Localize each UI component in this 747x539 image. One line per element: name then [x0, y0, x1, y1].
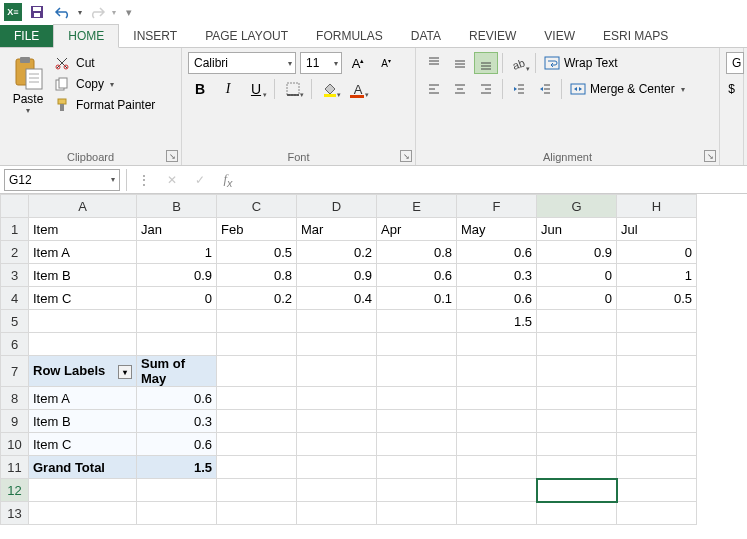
font-color-button[interactable]: A — [346, 78, 370, 100]
shrink-font-button[interactable]: A▾ — [374, 52, 398, 74]
svg-rect-5 — [26, 69, 42, 89]
copy-icon — [54, 76, 70, 92]
tab-view[interactable]: VIEW — [530, 25, 589, 47]
increase-indent-button[interactable] — [533, 78, 557, 100]
worksheet-grid[interactable]: A B C D E F G H 1 Item Jan Feb Mar Apr M… — [0, 194, 747, 525]
wrap-icon — [544, 55, 560, 71]
table-row: 11 Grand Total1.5 — [1, 456, 697, 479]
enter-button[interactable]: ✓ — [189, 169, 211, 191]
copy-button[interactable]: Copy ▾ — [52, 75, 157, 93]
group-clipboard: Paste ▾ Cut Copy ▾ Format Painter C — [0, 48, 182, 165]
redo-button[interactable] — [86, 2, 108, 22]
svg-rect-14 — [60, 104, 64, 111]
font-dialog-launcher[interactable]: ↘ — [400, 150, 412, 162]
merge-icon — [570, 81, 586, 97]
name-box[interactable]: G12▾ — [4, 169, 120, 191]
group-font: Calibri▾ 11▾ A▴ A▾ B I U A — [182, 48, 416, 165]
table-row: 6 — [1, 333, 697, 356]
bold-button[interactable]: B — [188, 78, 212, 100]
font-name-combo[interactable]: Calibri▾ — [188, 52, 296, 74]
undo-button[interactable] — [52, 2, 74, 22]
ribbon: Paste ▾ Cut Copy ▾ Format Painter C — [0, 48, 747, 166]
fill-color-button[interactable] — [318, 78, 342, 100]
clipboard-dialog-launcher[interactable]: ↘ — [166, 150, 178, 162]
tab-review[interactable]: REVIEW — [455, 25, 530, 47]
font-size-combo[interactable]: 11▾ — [300, 52, 342, 74]
borders-button[interactable] — [281, 78, 305, 100]
table-row: 1 Item Jan Feb Mar Apr May Jun Jul — [1, 218, 697, 241]
tab-esri-maps[interactable]: ESRI MAPS — [589, 25, 682, 47]
table-row: 5 1.5 — [1, 310, 697, 333]
ribbon-tabs: FILE HOME INSERT PAGE LAYOUT FORMULAS DA… — [0, 24, 747, 48]
tab-file[interactable]: FILE — [0, 25, 53, 47]
save-button[interactable] — [26, 2, 48, 22]
svg-rect-44 — [571, 84, 585, 94]
group-number-partial: G $ — [720, 48, 744, 165]
paste-label: Paste — [13, 92, 44, 106]
col-header-e[interactable]: E — [377, 195, 457, 218]
svg-rect-17 — [324, 94, 336, 97]
align-right-button[interactable] — [474, 78, 498, 100]
col-header-f[interactable]: F — [457, 195, 537, 218]
col-header-g[interactable]: G — [537, 195, 617, 218]
border-icon — [286, 82, 300, 96]
tab-page-layout[interactable]: PAGE LAYOUT — [191, 25, 302, 47]
paintbrush-icon — [54, 97, 70, 113]
number-format-combo[interactable]: G — [726, 52, 744, 74]
wrap-text-button[interactable]: Wrap Text — [540, 52, 622, 74]
formula-bar: G12▾ ⋮ ✕ ✓ fx — [0, 166, 747, 194]
table-row: 8 Item A0.6 — [1, 387, 697, 410]
pivot-filter-dropdown[interactable]: ▾ — [118, 365, 132, 379]
fx-button[interactable]: fx — [217, 169, 239, 191]
tab-home[interactable]: HOME — [53, 24, 119, 48]
options-button[interactable]: ⋮ — [133, 169, 155, 191]
table-row: 13 — [1, 502, 697, 525]
svg-rect-12 — [59, 78, 67, 88]
table-row: 4 Item C 00.20.40.10.600.5 — [1, 287, 697, 310]
align-top-button[interactable] — [422, 52, 446, 74]
tab-insert[interactable]: INSERT — [119, 25, 191, 47]
align-center-button[interactable] — [448, 78, 472, 100]
bucket-icon — [322, 81, 338, 97]
underline-button[interactable]: U — [244, 78, 268, 100]
cancel-button[interactable]: ✕ — [161, 169, 183, 191]
align-bottom-button[interactable] — [474, 52, 498, 74]
col-header-a[interactable]: A — [29, 195, 137, 218]
col-header-b[interactable]: B — [137, 195, 217, 218]
table-row: 10 Item C0.6 — [1, 433, 697, 456]
paste-button[interactable]: Paste ▾ — [6, 52, 50, 149]
align-left-button[interactable] — [422, 78, 446, 100]
align-middle-button[interactable] — [448, 52, 472, 74]
merge-center-button[interactable]: Merge & Center ▾ — [566, 78, 689, 100]
scissors-icon — [54, 55, 70, 71]
svg-rect-15 — [287, 83, 299, 95]
col-header-d[interactable]: D — [297, 195, 377, 218]
italic-button[interactable]: I — [216, 78, 240, 100]
alignment-dialog-launcher[interactable]: ↘ — [704, 150, 716, 162]
tab-formulas[interactable]: FORMULAS — [302, 25, 397, 47]
col-header-h[interactable]: H — [617, 195, 697, 218]
select-all-corner[interactable] — [1, 195, 29, 218]
orientation-button[interactable]: ab — [507, 52, 531, 74]
svg-text:ab: ab — [512, 57, 526, 70]
svg-rect-1 — [33, 7, 41, 11]
svg-rect-2 — [34, 13, 40, 17]
decrease-indent-button[interactable] — [507, 78, 531, 100]
selected-cell[interactable] — [537, 479, 617, 502]
currency-button[interactable]: $ — [726, 78, 737, 100]
table-row: 7 Row Labels▾ Sum of May — [1, 356, 697, 387]
col-header-c[interactable]: C — [217, 195, 297, 218]
grow-font-button[interactable]: A▴ — [346, 52, 370, 74]
table-row: 3 Item B 0.90.80.90.60.301 — [1, 264, 697, 287]
quick-access-toolbar: X≡ ▾ ▾ ▾ — [0, 0, 747, 24]
tab-data[interactable]: DATA — [397, 25, 455, 47]
pivot-row-labels-header[interactable]: Row Labels▾ — [29, 356, 137, 387]
table-row: 2 Item A 10.50.20.80.60.90 — [1, 241, 697, 264]
svg-rect-13 — [58, 99, 66, 104]
group-alignment: ab Wrap Text Merge & Center ▾ — [416, 48, 720, 165]
cut-button[interactable]: Cut — [52, 54, 157, 72]
format-painter-button[interactable]: Format Painter — [52, 96, 157, 114]
table-row: 9 Item B0.3 — [1, 410, 697, 433]
svg-rect-4 — [20, 57, 30, 63]
formula-input[interactable] — [245, 169, 743, 191]
